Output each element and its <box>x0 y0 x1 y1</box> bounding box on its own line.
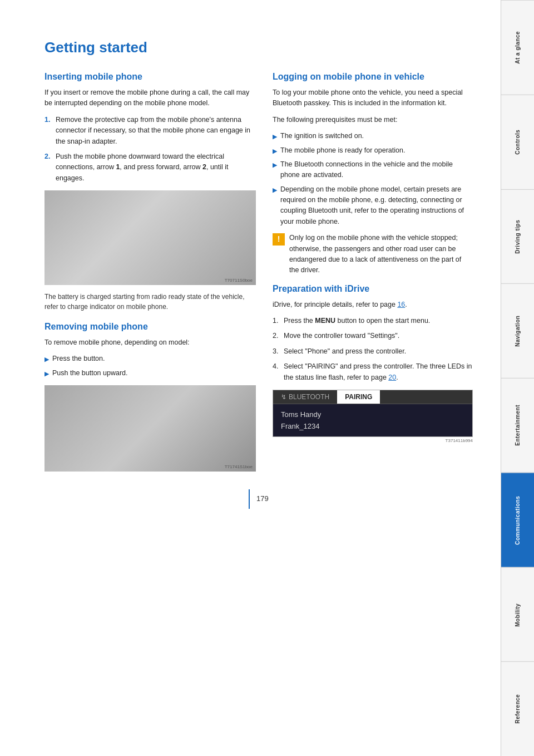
step-1-number: 1. <box>44 115 52 147</box>
removing-image-label: T71741S1boe <box>225 464 253 469</box>
inserting-image-label: T70711S0boe <box>225 278 253 283</box>
section3-prereq: The following prerequisites must be met: <box>273 115 473 125</box>
prereq-1-text: The ignition is switched on. <box>280 131 364 141</box>
section3-intro: To log your mobile phone onto the vehicl… <box>273 87 473 109</box>
step-2-number: 2. <box>44 151 52 184</box>
removing-bullet-2: ▶ Push the button upward. <box>44 368 256 379</box>
logging-prereqs: ▶ The ignition is switched on. ▶ The mob… <box>273 131 473 227</box>
removing-image: T71741S1boe <box>44 385 256 472</box>
left-column: Inserting mobile phone If you insert or … <box>44 72 256 478</box>
page-title: Getting started <box>44 39 473 56</box>
sidebar-tab-navigation[interactable]: Navigation <box>501 283 534 378</box>
removing-image-inner <box>44 385 256 472</box>
two-column-layout: Inserting mobile phone If you insert or … <box>44 72 473 478</box>
prereq-2: ▶ The mobile phone is ready for operatio… <box>273 145 473 156</box>
page-divider <box>249 489 250 509</box>
bt-tab-pairing[interactable]: PAIRING <box>337 390 380 404</box>
step-1: 1. Remove the protective cap from the mo… <box>44 115 256 147</box>
idrive-step-1: 1. Press the MENU button to open the sta… <box>273 316 473 326</box>
bt-tab-pairing-label: PAIRING <box>345 393 372 401</box>
idrive-ref-text: iDrive, for principle details, refer to … <box>273 301 397 308</box>
page-number-area: 179 <box>44 489 473 509</box>
section-inserting-title: Inserting mobile phone <box>44 72 256 82</box>
page-number: 179 <box>256 494 269 503</box>
idrive-step-3-text: Select "Phone" and press the controller. <box>284 346 406 357</box>
inserting-steps: 1. Remove the protective cap from the mo… <box>44 115 256 184</box>
idrive-step-1-num: 1. <box>273 316 280 326</box>
sidebar-tab-mobility[interactable]: Mobility <box>501 567 534 662</box>
removing-bullet-1-text: Press the button. <box>52 354 105 364</box>
bt-tab-bluetooth-label: BLUETOOTH <box>289 393 329 401</box>
section-removing-title: Removing mobile phone <box>44 322 256 332</box>
bt-tab-bluetooth: ↯ BLUETOOTH <box>273 390 337 404</box>
sidebar-tab-at-a-glance[interactable]: At a glance <box>501 0 534 95</box>
prereq-4-text: Depending on the mobile phone model, cer… <box>280 184 473 228</box>
idrive-step-3: 3. Select "Phone" and press the controll… <box>273 346 473 357</box>
right-column: Logging on mobile phone in vehicle To lo… <box>273 72 473 478</box>
bt-body: Toms Handy Frank_1234 <box>273 404 472 436</box>
idrive-step-1-text: Press the MENU button to open the start … <box>284 316 430 326</box>
idrive-step-2: 2. Move the controller toward "Settings"… <box>273 331 473 341</box>
idrive-step-2-text: Move the controller toward "Settings". <box>284 331 399 341</box>
prereq-4: ▶ Depending on the mobile phone model, c… <box>273 184 473 228</box>
prereq-arrow-1: ▶ <box>273 132 277 141</box>
prereq-arrow-2: ▶ <box>273 146 277 156</box>
section-logging-title: Logging on mobile phone in vehicle <box>273 72 473 82</box>
section-idrive-title: Preparation with iDrive <box>273 284 473 294</box>
removing-bullets: ▶ Press the button. ▶ Push the button up… <box>44 354 256 379</box>
arrow-icon-2: ▶ <box>44 369 49 379</box>
section1-intro: If you insert or remove the mobile phone… <box>44 87 256 109</box>
inserting-image: T70711S0boe <box>44 190 256 285</box>
prereq-2-text: The mobile phone is ready for operation. <box>280 145 405 156</box>
idrive-period: . <box>405 301 407 308</box>
step-2: 2. Push the mobile phone downward toward… <box>44 151 256 184</box>
idrive-step-4-num: 4. <box>273 361 280 383</box>
idrive-steps: 1. Press the MENU button to open the sta… <box>273 316 473 383</box>
bluetooth-screen: ↯ BLUETOOTH PAIRING Toms Handy Frank_123… <box>273 390 473 437</box>
bt-image-label: T371411b994 <box>273 438 473 443</box>
sidebar-tab-controls[interactable]: Controls <box>501 95 534 189</box>
prereq-arrow-3: ▶ <box>273 160 277 170</box>
bluetooth-icon: ↯ <box>281 393 286 401</box>
section2-intro: To remove mobile phone, depending on mod… <box>44 337 256 348</box>
bt-item-1: Toms Handy <box>281 409 464 420</box>
right-sidebar: At a glance Controls Driving tips Naviga… <box>501 0 534 756</box>
warning-icon: ! <box>273 233 285 246</box>
bt-item-2: Frank_1234 <box>281 420 464 432</box>
step-2-text: Push the mobile phone downward toward th… <box>56 151 256 184</box>
prereq-3-text: The Bluetooth connections in the vehicle… <box>280 159 473 181</box>
step-1-text: Remove the protective cap from the mobil… <box>56 115 256 147</box>
sidebar-tab-driving-tips[interactable]: Driving tips <box>501 189 534 284</box>
idrive-step-2-num: 2. <box>273 331 280 341</box>
bt-header: ↯ BLUETOOTH PAIRING <box>273 390 472 404</box>
warning-box: ! Only log on the mobile phone with the … <box>273 233 473 276</box>
removing-bullet-1: ▶ Press the button. <box>44 354 256 364</box>
prereq-1: ▶ The ignition is switched on. <box>273 131 473 141</box>
idrive-step-4-text: Select "PAIRING" and press the controlle… <box>284 361 473 383</box>
idrive-ref: iDrive, for principle details, refer to … <box>273 300 473 310</box>
inserting-image-inner <box>44 190 256 285</box>
prereq-3: ▶ The Bluetooth connections in the vehic… <box>273 159 473 181</box>
sidebar-tab-entertainment[interactable]: Entertainment <box>501 378 534 473</box>
idrive-page-link[interactable]: 16 <box>397 301 405 308</box>
prereq-arrow-4: ▶ <box>273 185 277 195</box>
arrow-icon-1: ▶ <box>44 355 49 364</box>
sidebar-tab-reference[interactable]: Reference <box>501 661 534 756</box>
page-20-link[interactable]: 20 <box>388 374 396 381</box>
idrive-step-4: 4. Select "PAIRING" and press the contro… <box>273 361 473 383</box>
main-content: Getting started Inserting mobile phone I… <box>0 0 501 756</box>
warning-text: Only log on the mobile phone with the ve… <box>289 233 473 276</box>
idrive-step-3-num: 3. <box>273 346 280 357</box>
inserting-caption: The battery is charged starting from rad… <box>44 292 256 312</box>
sidebar-tab-communications[interactable]: Communications <box>501 473 534 567</box>
removing-bullet-2-text: Push the button upward. <box>52 368 128 379</box>
